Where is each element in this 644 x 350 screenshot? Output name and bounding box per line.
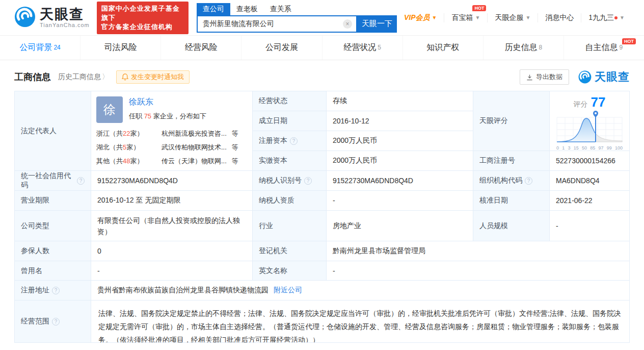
help-icon[interactable]: ? [52, 287, 60, 294]
field-label-establish-date: 成立日期 [253, 111, 327, 131]
field-label-legal-representative: 法定代表人 [15, 91, 91, 171]
distribution-row: 其他（共48家） 传云（天津）物联网... 等 [96, 156, 247, 166]
field-label-former-name: 曾用名 [15, 261, 91, 281]
tianyan-score-cell: 评分77 [550, 91, 630, 151]
help-icon[interactable]: ? [52, 318, 60, 326]
field-label-staff-size: 人员规模 [473, 211, 550, 241]
distribution-row: 湖北（共5家） 武汉传柏物联网技术... 等 [96, 142, 247, 152]
company-link[interactable]: 杭州新流极光投资咨... [162, 129, 227, 138]
help-icon[interactable]: ? [77, 177, 85, 185]
field-value-credit-code: 91522730MA6DND8Q4D [91, 171, 253, 191]
field-value-taxpayer-qualification: - [327, 191, 473, 211]
tenure-distribution: 浙江（共22家） 杭州新流极光投资咨... 等 湖北（共5家） 武汉传柏物联网技… [96, 129, 247, 166]
field-value-english-name: - [327, 261, 630, 281]
nav-message-center[interactable]: 消息中心 [538, 13, 581, 22]
search-area: 查公司 查老板 查关系 × 天眼一下 [197, 3, 397, 33]
chevron-down-icon: ▼ [525, 15, 530, 20]
tab-operating-status[interactable]: 经营状况5 [323, 36, 403, 60]
field-value-business-scope: 法律、法规、国务院决定规定禁止的不得经营；法律、法规、国务院决定规定应当许可（审… [91, 301, 630, 343]
top-nav: VIP会员 ▼ HOT 百宝箱 ▼ 天眼企服 ▼ 消息中心 1九九三 ▼ [397, 13, 632, 22]
field-label-registration-authority: 登记机关 [253, 241, 327, 261]
top-header: 天眼查 TianYanCha.com 国家中小企业发展子基金旗下 官方备案企业征… [0, 0, 644, 36]
nav-vip[interactable]: VIP会员 ▼ [397, 13, 444, 22]
score-distribution-chart: 01 315 5085 9799 100 [556, 110, 623, 151]
search-button[interactable]: 天眼一下 [357, 15, 397, 33]
history-business-info-link[interactable]: 历史工商信息〉 [58, 72, 109, 82]
field-label-taxpayer-id: 纳税人识别号? [253, 171, 327, 191]
field-value-paidin-capital: 2000万人民币 [327, 151, 473, 171]
field-value-taxpayer-id: 91522730MA6DND8Q4D [327, 171, 473, 191]
tianyancha-watermark: 天眼查 [578, 69, 630, 85]
field-value-former-name: - [91, 261, 253, 281]
tab-self-published-info[interactable]: 自主信息9 HOT [564, 36, 644, 60]
clear-search-icon[interactable]: × [343, 19, 352, 29]
field-value-business-term: 2016-10-12 至 无固定期限 [91, 191, 253, 211]
field-value-registration-authority: 黔南州龙里县市场监督管理局 [327, 241, 630, 261]
logo-title: 天眼查 [40, 8, 90, 21]
field-value-insured-count: 0 [91, 241, 253, 261]
help-icon[interactable]: ? [525, 177, 532, 185]
download-icon [526, 74, 533, 81]
notification-dot [614, 16, 618, 19]
field-label-industry: 行业 [253, 211, 327, 241]
nav-user-account[interactable]: 1九九三 ▼ [581, 13, 632, 22]
tab-judicial-risk[interactable]: 司法风险 [81, 36, 161, 60]
field-label-company-type: 公司类型 [15, 211, 91, 241]
tianyancha-logo-icon [14, 6, 36, 30]
field-label-registration-number: 工商注册号 [473, 151, 550, 171]
company-link[interactable]: 武汉传柏物联网技术... [162, 142, 227, 152]
field-label-approval-date: 核准日期 [473, 191, 550, 211]
field-label-registered-address: 注册地址? [15, 281, 91, 301]
field-label-english-name: 英文名称 [253, 261, 327, 281]
tab-operation-risk[interactable]: 经营风险 [161, 36, 242, 60]
avatar[interactable]: 徐 [96, 96, 123, 123]
chevron-down-icon: ▼ [432, 15, 437, 20]
tianyancha-logo-icon [578, 70, 592, 84]
field-value-staff-size: - [550, 211, 630, 241]
section-title: 工商信息 [14, 71, 51, 83]
search-tab-boss[interactable]: 查老板 [230, 3, 264, 15]
search-tab-relation[interactable]: 查关系 [264, 3, 298, 15]
field-label-taxpayer-qualification: 纳税人资质 [253, 191, 327, 211]
help-icon[interactable]: ? [290, 137, 298, 145]
score-marker-pin [593, 111, 598, 117]
score-value: 评分77 [550, 94, 629, 110]
gov-certification-badge: 国家中小企业发展子基金旗下 官方备案企业征信机构 [97, 2, 189, 34]
nav-enterprise-service[interactable]: 天眼企服 ▼ [487, 13, 538, 22]
tab-intellectual-property[interactable]: 知识产权 [403, 36, 484, 60]
hot-badge: HOT [622, 38, 636, 44]
help-icon[interactable]: ? [304, 177, 312, 185]
field-label-status: 经营状态 [253, 91, 327, 111]
field-label-org-code: 组织机构代码? [473, 171, 550, 191]
field-value-establish-date: 2016-10-12 [327, 111, 473, 131]
export-data-button[interactable]: 导出数据 [520, 69, 569, 85]
nearby-companies-link[interactable]: 附近公司 [274, 286, 302, 295]
company-link[interactable]: 传云（天津）物联网... [162, 156, 227, 166]
field-value-registered-address: 贵州省黔南布依族苗族自治州龙里县谷脚镇快递物流园 附近公司 [91, 281, 630, 301]
field-value-industry: 房地产业 [327, 211, 473, 241]
field-value-registration-number: 522730000154266 [550, 151, 630, 171]
field-value-org-code: MA6DND8Q4 [550, 171, 630, 191]
field-label-business-term: 营业期限 [15, 191, 91, 211]
field-label-registered-capital: 注册资本? [253, 131, 327, 151]
field-label-business-scope: 经营范围? [15, 301, 91, 343]
search-tab-company[interactable]: 查公司 [197, 3, 230, 15]
company-tabbar: 公司背景24 司法风险 经营风险 公司发展 经营状况5 知识产权 历史信息8 自… [0, 36, 644, 60]
distribution-row: 浙江（共22家） 杭州新流极光投资咨... 等 [96, 129, 247, 138]
score-axis-ticks: 01 315 5085 9799 100 [556, 145, 623, 151]
tianyancha-logo[interactable]: 天眼查 TianYanCha.com [14, 6, 90, 30]
bell-icon [122, 73, 128, 81]
field-label-tianyan-score: 天眼评分 [473, 91, 550, 151]
search-input[interactable] [198, 20, 343, 28]
legal-representative-link[interactable]: 徐跃东 [129, 97, 206, 108]
field-value-registered-capital: 2000万人民币 [327, 131, 473, 151]
hot-badge: HOT [472, 5, 486, 11]
tenure-summary: 任职 75 家企业，分布如下 [129, 112, 206, 121]
nav-toolbox[interactable]: HOT 百宝箱 ▼ [444, 13, 487, 22]
tab-company-development[interactable]: 公司发展 [242, 36, 322, 60]
chevron-down-icon: ▼ [620, 15, 625, 20]
tab-history-info[interactable]: 历史信息8 [484, 36, 564, 60]
tab-company-background[interactable]: 公司背景24 [0, 36, 81, 60]
business-info-table: 法定代表人 徐 徐跃东 任职 75 家企业，分布如下 浙江（共22家） 杭州新流… [14, 91, 630, 343]
notify-on-change-button[interactable]: 发生变更时通知我 [116, 70, 190, 84]
